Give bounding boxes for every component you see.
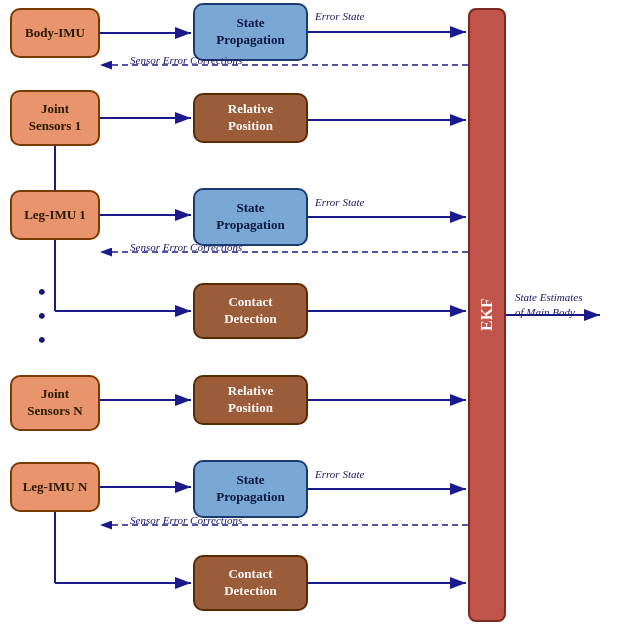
state-propagation-3-box: StatePropagation [193, 460, 308, 518]
leg-imu-n-box: Leg-IMU N [10, 462, 100, 512]
joint-sensors-1-box: JointSensors 1 [10, 90, 100, 146]
error-state-label-3: Error State [315, 468, 364, 480]
error-state-label-2: Error State [315, 196, 364, 208]
sensor-error-label-3: Sensor Error Corrections [130, 514, 242, 526]
state-estimates-label: State Estimatesof Main Body [515, 290, 583, 321]
dots-indicator: ••• [38, 280, 46, 353]
sensor-error-label-2: Sensor Error Corrections [130, 241, 242, 253]
contact-detection-1-box: ContactDetection [193, 283, 308, 339]
joint-sensors-n-box: JointSensors N [10, 375, 100, 431]
relative-position-2-box: RelativePosition [193, 375, 308, 425]
state-propagation-1-box: StatePropagation [193, 3, 308, 61]
leg-imu-1-box: Leg-IMU 1 [10, 190, 100, 240]
sensor-error-label-1: Sensor Error Corrections [130, 54, 242, 66]
body-imu-box: Body-IMU [10, 8, 100, 58]
error-state-label-1: Error State [315, 10, 364, 22]
diagram: Body-IMU StatePropagation Error State Se… [0, 0, 640, 640]
relative-position-1-box: RelativePosition [193, 93, 308, 143]
state-propagation-2-box: StatePropagation [193, 188, 308, 246]
ekf-bar: EKF [468, 8, 506, 622]
contact-detection-2-box: ContactDetection [193, 555, 308, 611]
